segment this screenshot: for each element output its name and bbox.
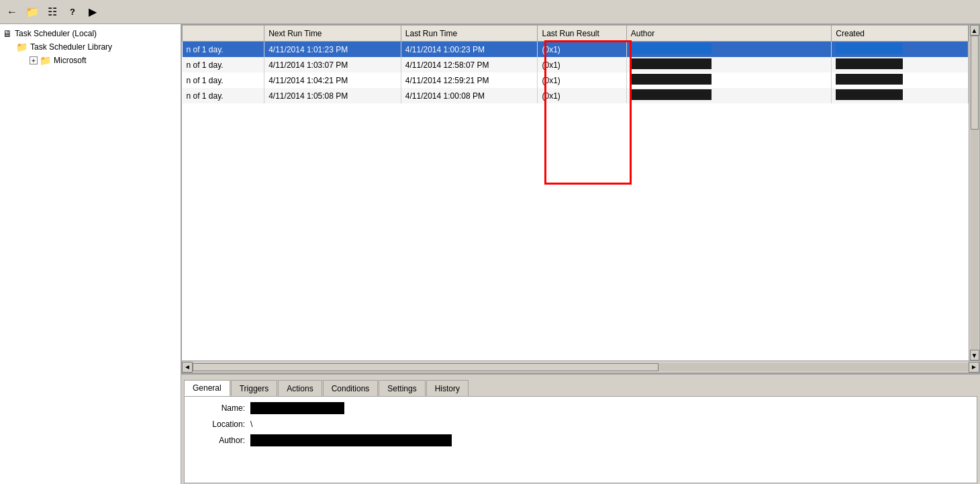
table-area: Next Run Time Last Run Time Last Run Res… xyxy=(181,24,980,373)
sidebar-microsoft-label: Microsoft xyxy=(54,56,87,65)
col-last-run[interactable]: Last Run Time xyxy=(401,26,538,42)
table-with-vscroll: Next Run Time Last Run Time Last Run Res… xyxy=(182,25,979,360)
location-label: Location: xyxy=(190,420,250,429)
cell-last-run: 4/11/2014 1:00:23 PM xyxy=(401,42,538,58)
cell-author xyxy=(626,42,831,58)
sidebar-root-item[interactable]: 🖥 Task Scheduler (Local) xyxy=(3,27,178,40)
sidebar: 🖥 Task Scheduler (Local) 📁 Task Schedule… xyxy=(0,24,181,484)
cell-last-result: (0x1) xyxy=(538,42,626,58)
folder-icon: 📁 xyxy=(16,42,28,52)
author-row: Author: xyxy=(190,434,971,446)
task-table: Next Run Time Last Run Time Last Run Res… xyxy=(182,25,969,103)
main-layout: 🖥 Task Scheduler (Local) 📁 Task Schedule… xyxy=(0,24,980,484)
cell-trigger: n of 1 day. xyxy=(183,88,264,103)
cell-author xyxy=(626,88,831,103)
toolbar: ← 📁 ☷ ? ▶ xyxy=(0,0,980,24)
tab-conditions[interactable]: Conditions xyxy=(323,380,379,396)
name-value xyxy=(250,402,971,414)
table-body: n of 1 day.4/11/2014 1:01:23 PM4/11/2014… xyxy=(183,42,969,104)
cell-last-result: (0x1) xyxy=(538,57,626,72)
cell-created xyxy=(832,42,969,58)
table-row[interactable]: n of 1 day.4/11/2014 1:01:23 PM4/11/2014… xyxy=(183,42,969,58)
cell-next-run: 4/11/2014 1:01:23 PM xyxy=(264,42,401,58)
bottom-panel: GeneralTriggersActionsConditionsSettings… xyxy=(181,373,980,484)
vscroll-thumb[interactable] xyxy=(971,36,979,130)
hscroll-thumb[interactable] xyxy=(193,363,658,371)
name-row: Name: xyxy=(190,402,971,414)
location-value: \ xyxy=(250,420,971,429)
grid-button[interactable]: ☷ xyxy=(43,3,62,21)
table-scroll-container[interactable]: Next Run Time Last Run Time Last Run Res… xyxy=(182,25,969,360)
cell-next-run: 4/11/2014 1:04:21 PM xyxy=(264,72,401,88)
hscroll-left[interactable]: ◄ xyxy=(182,362,193,373)
vscroll-up[interactable]: ▲ xyxy=(970,25,979,36)
sidebar-root-label: Task Scheduler (Local) xyxy=(15,29,97,38)
hscroll-right[interactable]: ► xyxy=(969,362,979,373)
table-row[interactable]: n of 1 day.4/11/2014 1:03:07 PM4/11/2014… xyxy=(183,57,969,72)
sidebar-library-label: Task Scheduler Library xyxy=(30,42,112,52)
location-row: Location: \ xyxy=(190,420,971,429)
author-value xyxy=(250,434,971,446)
author-label: Author: xyxy=(190,436,250,445)
folder-closed-icon: 📁 xyxy=(40,55,51,66)
tab-triggers[interactable]: Triggers xyxy=(231,380,278,396)
expand-icon[interactable]: + xyxy=(30,56,38,64)
cell-last-run: 4/11/2014 12:58:07 PM xyxy=(401,57,538,72)
cell-trigger: n of 1 day. xyxy=(183,42,264,58)
tab-history[interactable]: History xyxy=(426,380,469,396)
content-area: Next Run Time Last Run Time Last Run Res… xyxy=(181,24,980,484)
cell-created xyxy=(832,57,969,72)
open-folder-button[interactable]: 📁 xyxy=(23,3,42,21)
author-redacted xyxy=(250,434,452,446)
back-button[interactable]: ← xyxy=(3,3,21,21)
name-label: Name: xyxy=(190,403,250,413)
col-last-result[interactable]: Last Run Result xyxy=(538,26,626,42)
horizontal-scrollbar[interactable]: ◄ ► xyxy=(182,360,979,373)
col-created[interactable]: Created xyxy=(832,26,969,42)
vertical-scrollbar[interactable]: ▲ ▼ xyxy=(969,25,979,360)
col-author[interactable]: Author xyxy=(626,26,831,42)
tab-settings[interactable]: Settings xyxy=(379,380,425,396)
cell-created xyxy=(832,72,969,88)
cell-trigger: n of 1 day. xyxy=(183,57,264,72)
vscroll-track[interactable] xyxy=(971,36,979,350)
cell-author xyxy=(626,72,831,88)
run-button[interactable]: ▶ xyxy=(83,3,102,21)
table-header-row: Next Run Time Last Run Time Last Run Res… xyxy=(183,26,969,42)
col-trigger[interactable] xyxy=(183,26,264,42)
cell-last-result: (0x1) xyxy=(538,88,626,103)
table-row[interactable]: n of 1 day.4/11/2014 1:04:21 PM4/11/2014… xyxy=(183,72,969,88)
cell-created xyxy=(832,88,969,103)
name-redacted xyxy=(250,402,344,414)
cell-next-run: 4/11/2014 1:03:07 PM xyxy=(264,57,401,72)
table-row[interactable]: n of 1 day.4/11/2014 1:05:08 PM4/11/2014… xyxy=(183,88,969,103)
col-next-run[interactable]: Next Run Time xyxy=(264,26,401,42)
tab-actions[interactable]: Actions xyxy=(278,380,322,396)
cell-author xyxy=(626,57,831,72)
vscroll-down[interactable]: ▼ xyxy=(970,350,979,360)
tab-content: Name: Location: \ Author: xyxy=(184,396,977,483)
hscroll-track[interactable] xyxy=(193,363,969,371)
cell-next-run: 4/11/2014 1:05:08 PM xyxy=(264,88,401,103)
help-button[interactable]: ? xyxy=(63,3,82,21)
tabs-bar: GeneralTriggersActionsConditionsSettings… xyxy=(181,375,980,396)
cell-trigger: n of 1 day. xyxy=(183,72,264,88)
cell-last-run: 4/11/2014 1:00:08 PM xyxy=(401,88,538,103)
cell-last-result: (0x1) xyxy=(538,72,626,88)
tab-general[interactable]: General xyxy=(184,380,230,396)
cell-last-run: 4/11/2014 12:59:21 PM xyxy=(401,72,538,88)
sidebar-microsoft-item[interactable]: + 📁 Microsoft xyxy=(30,54,178,67)
computer-icon: 🖥 xyxy=(3,28,12,39)
sidebar-library-item[interactable]: 📁 Task Scheduler Library xyxy=(16,40,178,54)
